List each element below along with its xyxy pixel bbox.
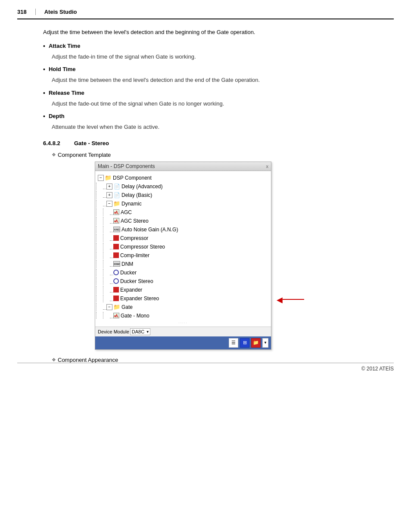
section-number: 6.4.8.2 (43, 140, 69, 146)
tree-item-compressor[interactable]: Compressor (95, 234, 271, 243)
section-heading: 6.4.8.2 Gate - Stereo (43, 140, 394, 146)
tree-item-dsp-component[interactable]: − 📁 DSP Component (95, 174, 271, 182)
icon-agc (113, 209, 119, 215)
expand-delay-basic[interactable]: + (106, 192, 112, 198)
tree-label-dsp-component: DSP Component (113, 174, 152, 182)
bullet-label-hold: Hold Time (49, 65, 76, 74)
tree-label-agc: AGC (121, 208, 132, 216)
bullet-desc-depth: Attenuate the level when the Gate is act… (52, 123, 394, 131)
toolbar-dropdown-button[interactable]: ▼ (262, 338, 268, 348)
tree-label-expander: Expander (120, 286, 142, 294)
bullet-dot: • (43, 112, 45, 121)
tree-item-delay-advanced[interactable]: + 📄 Delay (Advanced) (95, 182, 271, 191)
tree-label-ang: Auto Noise Gain (A.N.G) (121, 226, 178, 233)
tree-item-ang[interactable]: ANG Auto Noise Gain (A.N.G) (95, 225, 271, 234)
tree-label-compressor: Compressor (120, 234, 148, 242)
content-area: Adjust the time between the level's dete… (43, 28, 394, 363)
folder-icon-dynamic: 📁 (113, 200, 120, 207)
tree-label-compressor-stereo: Compressor Stereo (120, 243, 165, 251)
expand-dsp-component[interactable]: − (98, 175, 104, 181)
bullet-dot: • (43, 65, 45, 74)
tree-item-gate[interactable]: − 📁 Gate (95, 303, 271, 311)
red-arrow-icon: ◀ (277, 295, 283, 305)
page-container: 318 Ateis Studio Adjust the time between… (0, 0, 411, 380)
device-module-row: Device Module DA8C (98, 328, 150, 335)
tree-item-dnm[interactable]: DNM DNM (95, 260, 271, 268)
dsp-toolbar: ☰ ⊞ 📁 ▼ (95, 336, 271, 349)
tree-label-dnm: DNM (121, 260, 133, 268)
component-template-label-row: ❖ Component Template (52, 152, 394, 158)
tree-item-agc[interactable]: AGC (95, 208, 271, 217)
tree-item-ducker-stereo[interactable]: Ducker Stereo (95, 277, 271, 286)
bullet-dot: • (43, 89, 45, 98)
expand-dynamic[interactable]: − (106, 201, 112, 207)
tree-label-comp-limiter: Comp-limiter (120, 252, 149, 259)
bullet-desc-attack: Adjust the fade-in time of the signal wh… (52, 53, 394, 61)
device-module-select[interactable]: DA8C (130, 328, 150, 335)
bullet-desc-release: Adjust the fade-out time of the signal w… (52, 100, 394, 108)
icon-expander-stereo (113, 296, 119, 301)
icon-agc-stereo (113, 218, 119, 224)
toolbar-list-button[interactable]: ☰ (229, 338, 238, 348)
icon-expander (113, 287, 119, 292)
expand-delay-advanced[interactable]: + (106, 184, 112, 190)
tree-item-compressor-stereo[interactable]: Compressor Stereo (95, 243, 271, 251)
page-header: 318 Ateis Studio (17, 9, 394, 19)
bullet-attack-time: • Attack Time Adjust the fade-in time of… (43, 42, 394, 61)
tree-item-expander[interactable]: Expander (95, 286, 271, 294)
tree-item-dynamic[interactable]: − 📁 Dynamic (95, 199, 271, 208)
bullet-hold-time: • Hold Time Adjust the time between the … (43, 65, 394, 84)
tree-item-agc-stereo[interactable]: AGC Stereo (95, 217, 271, 225)
dsp-tree[interactable]: − 📁 DSP Component + 📄 Delay (Advanced) (95, 173, 271, 319)
tree-label-gate: Gate (121, 303, 133, 311)
tree-item-gate-mono[interactable]: Gate - Mono (95, 311, 271, 319)
toolbar-folder-button[interactable]: 📁 (251, 338, 261, 348)
device-module-select-wrapper[interactable]: DA8C (130, 328, 150, 335)
dsp-body: − 📁 DSP Component + 📄 Delay (Advanced) (95, 171, 271, 327)
tree-label-ducker-stereo: Ducker Stereo (120, 277, 153, 285)
copyright-text: © 2012 ATEİS (361, 366, 394, 372)
section-name: Gate - Stereo (74, 140, 109, 146)
dsp-titlebar: Main - DSP Components x (95, 162, 271, 171)
icon-compressor (113, 235, 119, 241)
dsp-window: Main - DSP Components x − 📁 DSP Componen… (95, 162, 271, 350)
tree-item-ducker[interactable]: Ducker (95, 268, 271, 277)
icon-gate-mono (113, 313, 119, 318)
resize-handle[interactable]: ..... (95, 319, 271, 325)
expand-gate[interactable]: − (106, 304, 112, 310)
bullet-dot: • (43, 42, 45, 51)
tree-label-expander-stereo: Expander Stereo (120, 295, 159, 302)
page-icon-delay-basic: 📄 (113, 192, 120, 199)
red-arrow-container: ◀ (271, 162, 304, 305)
icon-dnm: DNM (113, 261, 120, 267)
component-appearance-text: Component Appearance (58, 357, 118, 363)
toolbar-grid-button[interactable]: ⊞ (240, 338, 249, 348)
page-number: 318 (17, 9, 36, 15)
tree-label-delay-advanced: Delay (Advanced) (121, 183, 162, 190)
red-arrow-line (283, 299, 304, 300)
component-appearance-label-row: ❖ Component Appearance (52, 357, 394, 363)
tree-label-delay-basic: Delay (Basic) (121, 191, 152, 199)
tree-item-delay-basic[interactable]: + 📄 Delay (Basic) (95, 191, 271, 199)
icon-comp-limiter (113, 252, 119, 258)
diamond-icon-2: ❖ (52, 357, 56, 363)
bullet-label-release: Release Time (49, 89, 84, 97)
tree-item-comp-limiter[interactable]: Comp-limiter (95, 251, 271, 260)
tree-label-agc-stereo: AGC Stereo (121, 217, 149, 225)
icon-compressor-stereo (113, 244, 119, 249)
intro-text: Adjust the time between the level's dete… (43, 28, 394, 37)
bullet-label-depth: Depth (49, 112, 65, 121)
dsp-window-title: Main - DSP Components (98, 163, 155, 169)
diamond-icon: ❖ (52, 152, 56, 158)
dsp-close-button[interactable]: x (266, 164, 269, 169)
tree-label-gate-mono: Gate - Mono (121, 312, 149, 319)
bullet-desc-hold: Adjust the time between the end level's … (52, 76, 394, 84)
tree-item-expander-stereo[interactable]: Expander Stereo (95, 294, 271, 303)
dsp-bottom-bar: Device Module DA8C (95, 327, 271, 336)
device-module-label: Device Module (98, 329, 129, 334)
tree-label-ducker: Ducker (120, 269, 137, 277)
folder-icon-dsp: 📁 (105, 174, 112, 181)
bullet-depth: • Depth Attenuate the level when the Gat… (43, 112, 394, 131)
page-title: Ateis Studio (44, 9, 77, 15)
icon-ducker-stereo (113, 278, 119, 284)
